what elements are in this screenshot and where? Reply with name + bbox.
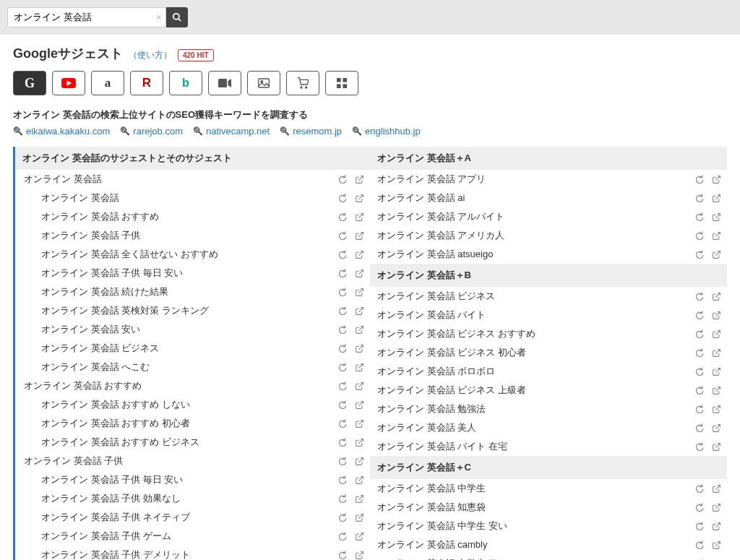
refresh-icon[interactable]	[337, 456, 347, 466]
keyword-link[interactable]: オンライン 英会話 安い	[41, 323, 337, 336]
external-link-icon[interactable]	[354, 343, 364, 353]
keyword-link[interactable]: オンライン 英会話 バイト	[377, 309, 694, 322]
tab-amazon[interactable]: a	[91, 71, 124, 95]
external-link-icon[interactable]	[711, 231, 721, 241]
external-link-icon[interactable]	[354, 287, 364, 297]
seo-link[interactable]: englishhub.jp	[352, 126, 421, 137]
keyword-link[interactable]: オンライン 英会話 子供 ゲーム	[41, 530, 337, 543]
external-link-icon[interactable]	[354, 306, 364, 316]
refresh-icon[interactable]	[694, 193, 704, 203]
seo-link[interactable]: eikaiwa.kakaku.com	[13, 126, 110, 137]
external-link-icon[interactable]	[711, 404, 721, 414]
refresh-icon[interactable]	[694, 212, 704, 222]
external-link-icon[interactable]	[354, 512, 364, 522]
keyword-link[interactable]: オンライン 英会話 おすすめ ビジネス	[41, 436, 337, 449]
tab-youtube[interactable]	[52, 71, 85, 95]
keyword-link[interactable]: オンライン 英会話 atsueigo	[377, 248, 694, 261]
keyword-link[interactable]: オンライン 英会話 ビジネス 上級者	[377, 384, 694, 397]
refresh-icon[interactable]	[337, 550, 347, 560]
refresh-icon[interactable]	[337, 494, 347, 504]
refresh-icon[interactable]	[694, 231, 704, 241]
seo-link[interactable]: rarejob.com	[120, 126, 183, 137]
refresh-icon[interactable]	[337, 268, 347, 278]
refresh-icon[interactable]	[337, 231, 347, 241]
external-link-icon[interactable]	[711, 193, 721, 203]
refresh-icon[interactable]	[694, 483, 704, 494]
refresh-icon[interactable]	[694, 366, 704, 376]
external-link-icon[interactable]	[711, 310, 721, 320]
keyword-link[interactable]: オンライン 英会話 アプリ	[377, 173, 694, 186]
keyword-link[interactable]: オンライン 英会話 アルバイト	[377, 210, 694, 223]
keyword-link[interactable]: オンライン 英会話 おすすめ しない	[41, 398, 337, 411]
tab-apps[interactable]	[325, 71, 358, 95]
seo-link[interactable]: nativecamp.net	[193, 126, 270, 137]
external-link-icon[interactable]	[354, 362, 364, 372]
external-link-icon[interactable]	[354, 193, 364, 203]
refresh-icon[interactable]	[337, 343, 347, 353]
seo-link[interactable]: resemom.jp	[280, 126, 342, 137]
refresh-icon[interactable]	[694, 329, 704, 339]
external-link-icon[interactable]	[711, 291, 721, 301]
keyword-link[interactable]: オンライン 英会話 ビジネス 初心者	[377, 346, 694, 359]
keyword-link[interactable]: オンライン 英会話 ai	[377, 191, 694, 204]
keyword-link[interactable]: オンライン 英会話 全く話せない おすすめ	[41, 248, 337, 261]
external-link-icon[interactable]	[354, 174, 364, 184]
tab-image[interactable]	[247, 71, 280, 95]
external-link-icon[interactable]	[711, 521, 721, 531]
external-link-icon[interactable]	[711, 502, 721, 512]
keyword-link[interactable]: オンライン 英会話 子供 効果なし	[41, 492, 337, 505]
keyword-link[interactable]: オンライン 英会話 おすすめ 初心者	[41, 417, 337, 430]
keyword-link[interactable]: オンライン 英会話 子供 毎日 安い	[41, 267, 337, 280]
keyword-link[interactable]: オンライン 英会話 子供 毎日 安い	[41, 473, 337, 486]
title-sub-link[interactable]: （使い方）	[129, 49, 172, 61]
tab-video[interactable]	[208, 71, 241, 95]
external-link-icon[interactable]	[711, 540, 721, 550]
tab-google[interactable]: G	[13, 71, 46, 95]
external-link-icon[interactable]	[711, 423, 721, 433]
tab-bing[interactable]: b	[169, 71, 202, 95]
external-link-icon[interactable]	[354, 231, 364, 241]
refresh-icon[interactable]	[337, 193, 347, 203]
refresh-icon[interactable]	[337, 362, 347, 372]
keyword-link[interactable]: オンライン 英会話	[24, 173, 337, 186]
keyword-link[interactable]: オンライン 英会話 英検対策 ランキング	[41, 304, 337, 317]
refresh-icon[interactable]	[694, 174, 704, 184]
refresh-icon[interactable]	[337, 174, 347, 184]
external-link-icon[interactable]	[711, 174, 721, 184]
external-link-icon[interactable]	[354, 324, 364, 335]
external-link-icon[interactable]	[354, 268, 364, 278]
refresh-icon[interactable]	[694, 291, 704, 301]
external-link-icon[interactable]	[711, 385, 721, 395]
external-link-icon[interactable]	[711, 249, 721, 259]
search-input[interactable]	[7, 7, 166, 27]
refresh-icon[interactable]	[694, 404, 704, 414]
refresh-icon[interactable]	[694, 385, 704, 395]
keyword-link[interactable]: オンライン 英会話 勉強法	[377, 402, 694, 415]
keyword-link[interactable]: オンライン 英会話 ビジネス おすすめ	[377, 327, 694, 340]
keyword-link[interactable]: オンライン 英会話 子供 デメリット	[41, 548, 337, 560]
search-button[interactable]	[166, 7, 188, 27]
refresh-icon[interactable]	[694, 423, 704, 433]
external-link-icon[interactable]	[711, 348, 721, 358]
keyword-link[interactable]: オンライン 英会話 ボロボロ	[377, 365, 694, 378]
refresh-icon[interactable]	[337, 418, 347, 428]
keyword-link[interactable]: オンライン 英会話 子供	[24, 455, 337, 468]
external-link-icon[interactable]	[354, 475, 364, 485]
refresh-icon[interactable]	[694, 310, 704, 320]
refresh-icon[interactable]	[694, 521, 704, 531]
keyword-link[interactable]: オンライン 英会話 アメリカ人	[377, 229, 694, 242]
refresh-icon[interactable]	[337, 512, 347, 522]
external-link-icon[interactable]	[711, 366, 721, 376]
keyword-link[interactable]: オンライン 英会話 中学生 安い	[377, 520, 694, 533]
refresh-icon[interactable]	[337, 531, 347, 541]
external-link-icon[interactable]	[354, 418, 364, 428]
external-link-icon[interactable]	[354, 212, 364, 222]
keyword-link[interactable]: オンライン 英会話 美人	[377, 421, 694, 434]
refresh-icon[interactable]	[337, 324, 347, 335]
refresh-icon[interactable]	[694, 249, 704, 259]
keyword-link[interactable]: オンライン 英会話 バイト 在宅	[377, 440, 694, 453]
external-link-icon[interactable]	[711, 483, 721, 494]
keyword-link[interactable]: オンライン 英会話 続けた結果	[41, 285, 337, 298]
keyword-link[interactable]: オンライン 英会話 子供	[41, 229, 337, 242]
clear-icon[interactable]: ×	[156, 12, 162, 23]
